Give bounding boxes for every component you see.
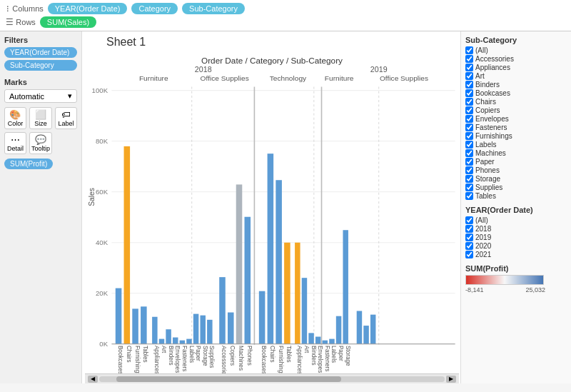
label-button[interactable]: 🏷 Label (55, 107, 77, 129)
svg-rect-30 (159, 339, 164, 344)
sub-cat-furnishings[interactable]: Furnishings (465, 132, 567, 140)
sub-cat-storage[interactable]: Storage (465, 175, 567, 183)
sum-profit-legend-title: SUM(Profit) (465, 264, 567, 273)
year-all-checkbox[interactable] (465, 216, 473, 224)
svg-rect-29 (152, 317, 157, 344)
sub-cat-binders-checkbox[interactable] (465, 81, 473, 89)
year-2019[interactable]: 2019 (465, 233, 567, 241)
sub-cat-appliances[interactable]: Appliances (465, 64, 567, 71)
year-2018[interactable]: 2018 (465, 225, 567, 233)
sub-cat-paper-checkbox[interactable] (465, 158, 473, 166)
year-2021-checkbox[interactable] (465, 251, 473, 258)
label-label: Label (58, 120, 74, 127)
svg-text:Bookcases: Bookcases (117, 346, 124, 373)
sub-cat-machines-checkbox[interactable] (465, 149, 473, 157)
svg-rect-38 (219, 277, 226, 344)
year-2019-checkbox[interactable] (465, 233, 473, 241)
filter-sub-category[interactable]: Sub-Category (4, 60, 77, 71)
marks-dropdown[interactable]: Automatic ▾ (4, 89, 77, 103)
sub-cat-tables[interactable]: Tables (465, 192, 567, 200)
year-2020[interactable]: 2020 (465, 242, 567, 250)
svg-text:Order Date / Category / Sub-Ca: Order Date / Category / Sub-Category (201, 56, 343, 65)
sub-cat-tables-checkbox[interactable] (465, 192, 473, 200)
sub-cat-supplies[interactable]: Supplies (465, 184, 567, 191)
detail-button[interactable]: ⋯ Detail (4, 132, 26, 154)
sub-cat-art[interactable]: Art (465, 72, 567, 80)
svg-rect-55 (357, 311, 362, 343)
chart-inner: Order Date / Category / Sub-Category 201… (85, 50, 459, 373)
sub-cat-accessories-checkbox[interactable] (465, 55, 473, 63)
tooltip-button[interactable]: 💬 Tooltip (29, 132, 52, 154)
sub-cat-envelopes[interactable]: Envelopes (465, 115, 567, 123)
sum-profit-pill[interactable]: SUM(Profit) (4, 159, 53, 169)
scroll-left-arrow[interactable]: ◀ (88, 376, 98, 383)
pill-sub-category[interactable]: Sub-Category (182, 3, 245, 14)
pill-category[interactable]: Category (131, 3, 178, 14)
sub-cat-bookcases-checkbox[interactable] (465, 89, 473, 97)
sub-cat-chairs[interactable]: Chairs (465, 98, 567, 106)
svg-text:Chairs: Chairs (269, 346, 276, 363)
svg-rect-46 (284, 243, 290, 344)
svg-text:Furnishings: Furnishings (278, 346, 285, 373)
sheet-title: Sheet 1 (85, 36, 459, 49)
scroll-right-arrow[interactable]: ▶ (446, 376, 456, 383)
pill-year-order-date[interactable]: YEAR(Order Date) (48, 3, 128, 14)
sub-cat-fasteners[interactable]: Fasteners (465, 124, 567, 131)
sub-cat-paper[interactable]: Paper (465, 158, 567, 166)
sub-cat-labels[interactable]: Labels (465, 141, 567, 149)
horizontal-scrollbar[interactable]: ◀ ▶ (85, 373, 459, 383)
sub-cat-chairs-checkbox[interactable] (465, 98, 473, 106)
sub-cat-furnishings-checkbox[interactable] (465, 132, 473, 140)
year-2021[interactable]: 2021 (465, 251, 567, 258)
svg-text:Machines: Machines (238, 346, 245, 371)
year-2018-checkbox[interactable] (465, 225, 473, 233)
marks-dropdown-value: Automatic (9, 92, 68, 101)
color-icon: 🎨 (9, 109, 21, 120)
sub-cat-copiers[interactable]: Copiers (465, 106, 567, 114)
svg-text:Tables: Tables (142, 346, 149, 363)
sub-cat-phones-checkbox[interactable] (465, 166, 473, 174)
color-button[interactable]: 🎨 Color (4, 107, 26, 129)
svg-rect-41 (245, 217, 251, 344)
marks-title: Marks (4, 78, 77, 86)
year-section: YEAR(Order Date) (All) 2018 2019 2020 20… (465, 206, 567, 258)
svg-text:Bookcases: Bookcases (261, 346, 268, 373)
sub-cat-phones[interactable]: Phones (465, 166, 567, 174)
sub-cat-envelopes-checkbox[interactable] (465, 115, 473, 123)
left-panel: Filters YEAR(Order Date) Sub-Category Ma… (0, 31, 82, 383)
svg-rect-35 (193, 314, 198, 344)
sub-cat-accessories[interactable]: Accessories (465, 55, 567, 63)
columns-label: Columns (12, 4, 43, 13)
color-label: Color (8, 120, 24, 127)
sub-cat-all-checkbox[interactable] (465, 46, 473, 54)
sub-cat-binders[interactable]: Binders (465, 81, 567, 89)
svg-text:100K: 100K (92, 86, 108, 94)
sub-cat-fasteners-checkbox[interactable] (465, 124, 473, 131)
legend-labels: -8,141 25,032 (465, 286, 545, 293)
svg-rect-49 (308, 333, 313, 343)
sub-cat-machines[interactable]: Machines (465, 149, 567, 157)
size-icon: ⬜ (35, 109, 46, 120)
filters-section: Filters YEAR(Order Date) Sub-Category (4, 36, 77, 71)
sub-cat-storage-checkbox[interactable] (465, 175, 473, 183)
sub-cat-supplies-checkbox[interactable] (465, 184, 473, 191)
year-2020-checkbox[interactable] (465, 242, 473, 250)
filter-year[interactable]: YEAR(Order Date) (4, 47, 77, 58)
top-bar: ⫶ Columns YEAR(Order Date) Category Sub-… (0, 0, 571, 31)
svg-rect-37 (207, 320, 212, 344)
sub-cat-bookcases[interactable]: Bookcases (465, 89, 567, 97)
size-button[interactable]: ⬜ Size (29, 107, 52, 129)
sub-cat-labels-checkbox[interactable] (465, 141, 473, 149)
pill-sum-sales[interactable]: SUM(Sales) (40, 16, 96, 28)
right-panel: Sub-Category (All) Accessories Appliance… (460, 31, 571, 383)
svg-rect-36 (200, 316, 205, 344)
svg-rect-45 (276, 180, 282, 344)
year-all[interactable]: (All) (465, 216, 567, 224)
sub-cat-all[interactable]: (All) (465, 46, 567, 54)
scroll-track[interactable] (99, 376, 445, 382)
detail-label: Detail (7, 145, 24, 152)
sub-cat-copiers-checkbox[interactable] (465, 106, 473, 114)
sub-cat-appliances-checkbox[interactable] (465, 64, 473, 71)
scroll-thumb[interactable] (116, 376, 341, 382)
sub-cat-art-checkbox[interactable] (465, 72, 473, 80)
